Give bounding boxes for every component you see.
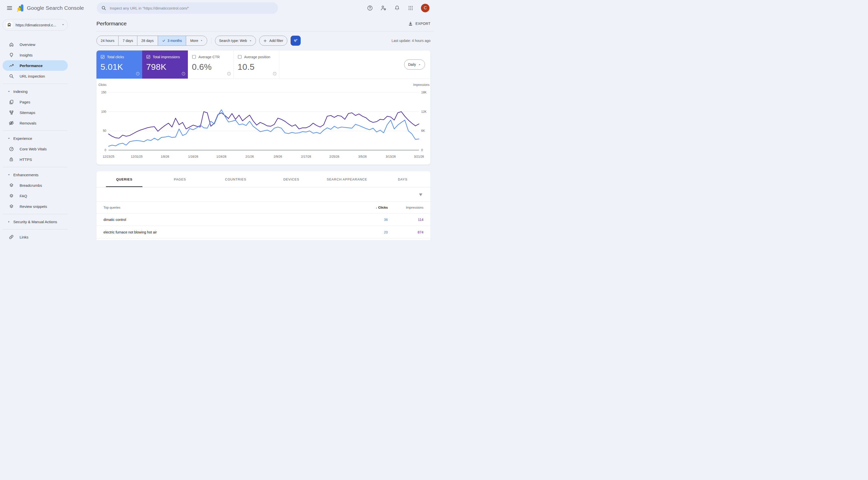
svg-text:6K: 6K <box>421 129 425 133</box>
svg-text:?: ? <box>228 72 229 75</box>
sidebar-section-indexing[interactable]: Indexing <box>2 86 68 97</box>
metric-card-average-position[interactable]: Average position10.5? <box>234 51 279 78</box>
property-url: https://dimaticcontrol.c... <box>16 23 61 27</box>
sidebar-item-links[interactable]: Links <box>2 232 68 240</box>
help-icon: ? <box>135 71 140 76</box>
layers-icon <box>8 193 14 199</box>
sidebar-section-security-manual-actions[interactable]: Security & Manual Actions <box>2 216 68 227</box>
date-range-24-hours[interactable]: 24 hours <box>97 36 118 45</box>
column-top-queries[interactable]: Top queries <box>96 205 348 210</box>
account-avatar[interactable]: C <box>421 4 430 12</box>
performance-card: Total clicks5.01K?Total impressions798K?… <box>96 51 431 165</box>
impressions-cell: 114 <box>388 218 431 222</box>
property-selector[interactable]: DC https://dimaticcontrol.c... <box>2 19 68 31</box>
layers-icon <box>8 183 14 188</box>
caret-down-icon <box>6 137 11 140</box>
metric-label: Average CTR <box>198 55 220 59</box>
column-clicks-sort[interactable]: ↓Clicks <box>348 205 388 210</box>
metric-value: 5.01K <box>100 62 138 72</box>
eye-off-icon <box>8 120 14 126</box>
metric-card-total-impressions[interactable]: Total impressions798K? <box>142 51 188 78</box>
date-range-7-days[interactable]: 7 days <box>118 36 137 45</box>
export-button[interactable]: EXPORT <box>408 21 431 26</box>
table-row[interactable]: dimatic control36114 <box>96 213 431 226</box>
help-icon[interactable]: ? <box>135 71 140 77</box>
search-type-dropdown[interactable]: Search type: Web <box>215 36 256 46</box>
header-divider <box>96 31 434 31</box>
url-inspect-search-bar[interactable] <box>97 2 278 14</box>
svg-text:?: ? <box>274 72 275 75</box>
sidebar-section-enhancements[interactable]: Enhancements <box>2 169 68 180</box>
svg-text:0: 0 <box>421 148 423 152</box>
sidebar-item-faq[interactable]: FAQ <box>2 191 68 201</box>
sidebar-nav: OverviewInsightsPerformanceURL inspectio… <box>0 39 70 240</box>
date-range-3-months[interactable]: 3 months <box>158 36 186 45</box>
clicks-cell: 20 <box>348 230 388 234</box>
date-range-28-days[interactable]: 28 days <box>137 36 158 45</box>
chevron-down-icon <box>418 63 421 66</box>
column-impressions[interactable]: Impressions <box>388 205 431 210</box>
sidebar-item-pages[interactable]: Pages <box>2 97 68 107</box>
svg-text:1/24/26: 1/24/26 <box>216 155 226 158</box>
sidebar-item-sitemaps[interactable]: Sitemaps <box>2 107 68 118</box>
svg-text:2/25/26: 2/25/26 <box>329 155 339 158</box>
user-settings-icon[interactable] <box>380 5 387 11</box>
sidebar-item-performance[interactable]: Performance <box>2 60 68 71</box>
tab-countries[interactable]: COUNTRIES <box>208 171 264 187</box>
svg-text:100: 100 <box>101 110 106 114</box>
search-icon <box>8 73 14 79</box>
tab-queries[interactable]: QUERIES <box>96 171 152 187</box>
granularity-dropdown[interactable]: Daily <box>404 60 425 69</box>
metric-card-total-clicks[interactable]: Total clicks5.01K? <box>96 51 142 78</box>
date-range-more-dropdown[interactable]: More <box>186 36 207 45</box>
metric-card-average-ctr[interactable]: Average CTR0.6%? <box>188 51 234 78</box>
sidebar-item-removals[interactable]: Removals <box>2 118 68 128</box>
svg-text:1/8/26: 1/8/26 <box>161 155 169 158</box>
pages-icon <box>8 99 14 105</box>
tab-search-appearance[interactable]: SEARCH APPEARANCE <box>319 171 375 187</box>
svg-text:150: 150 <box>101 91 106 94</box>
svg-text:2/9/26: 2/9/26 <box>274 155 282 158</box>
smart-filter-button[interactable] <box>290 36 301 46</box>
tab-devices[interactable]: DEVICES <box>264 171 319 187</box>
chart-area: ClicksImpressions05010015006K12K18K12/23… <box>96 79 431 165</box>
sidebar-section-experience[interactable]: Experience <box>2 133 68 143</box>
top-bar: Google Search Console C <box>0 0 434 16</box>
tab-pages[interactable]: PAGES <box>152 171 208 187</box>
svg-text:0: 0 <box>104 148 106 152</box>
notifications-bell-icon[interactable] <box>394 5 400 11</box>
url-inspect-input[interactable] <box>110 6 274 10</box>
svg-text:Impressions: Impressions <box>413 83 430 87</box>
main-content: Performance EXPORT 24 hours7 days28 days… <box>70 16 434 240</box>
sidebar-item-overview[interactable]: Overview <box>2 39 68 50</box>
impressions-cell: 874 <box>388 230 431 234</box>
metric-label: Total clicks <box>107 55 124 59</box>
table-row[interactable]: electric furnace not blowing hot air2087… <box>96 226 431 238</box>
tab-days[interactable]: DAYS <box>375 171 431 187</box>
sidebar-item-core-web-vitals[interactable]: Core Web Vitals <box>2 143 68 154</box>
help-icon[interactable]: ? <box>273 71 277 77</box>
svg-text:2/1/26: 2/1/26 <box>245 155 254 158</box>
help-icon[interactable]: ? <box>181 71 186 77</box>
svg-text:12/23/25: 12/23/25 <box>103 155 115 158</box>
sidebar-divider <box>3 214 67 214</box>
add-filter-button[interactable]: Add filter <box>259 36 287 46</box>
apps-grid-icon[interactable] <box>407 5 414 11</box>
chevron-down-icon <box>200 39 203 43</box>
help-icon[interactable] <box>367 5 373 11</box>
sidebar: DC https://dimaticcontrol.c... OverviewI… <box>0 16 70 240</box>
clicks-cell: 36 <box>348 218 388 222</box>
search-console-logo-icon[interactable] <box>17 4 24 12</box>
sidebar-divider <box>3 84 67 84</box>
sidebar-item-https[interactable]: HTTPS <box>2 154 68 165</box>
sidebar-item-breadcrumbs[interactable]: Breadcrumbs <box>2 180 68 191</box>
query-cell: electric furnace not blowing hot air <box>96 230 348 234</box>
sidebar-item-url-inspection[interactable]: URL inspection <box>2 71 68 81</box>
sidebar-item-insights[interactable]: Insights <box>2 50 68 60</box>
hamburger-menu-icon[interactable] <box>4 3 14 13</box>
sidebar-item-review-snippets[interactable]: Review snippets <box>2 201 68 212</box>
help-icon[interactable]: ? <box>227 71 231 77</box>
svg-text:DC: DC <box>8 24 11 27</box>
performance-chart: ClicksImpressions05010015006K12K18K12/23… <box>97 82 431 161</box>
filter-list-icon[interactable] <box>418 192 424 197</box>
